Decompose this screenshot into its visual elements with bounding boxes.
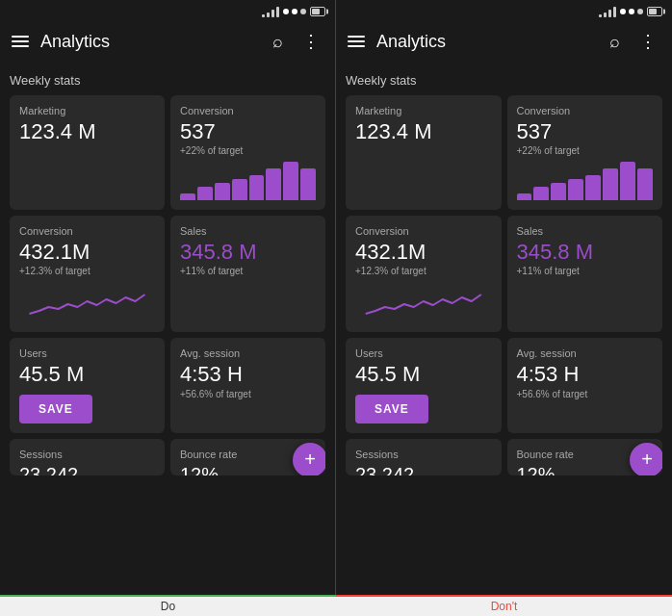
conversion-main-card-dont: Conversion 432.1M +12.3% of target [346,216,502,332]
avg-session-label-dont: Avg. session [517,347,654,359]
sessions-card-dont: Sessions 23,242 [346,439,502,475]
network-dots [283,9,306,14]
avg-session-value-do: 4:53 H [180,363,316,386]
users-card-do: Users 45.5 M SAVE [10,338,165,432]
menu-icon-dont[interactable] [348,36,365,47]
line-chart-do [19,280,155,319]
stats-row-3-do: Users 45.5 M SAVE Avg. session 4:53 H +5… [10,338,325,432]
marketing-label-dont: Marketing [355,105,492,116]
stats-row-2-dont: Conversion 432.1M +12.3% of target Sales… [346,216,662,332]
avg-session-value-dont: 4:53 H [517,363,654,386]
stats-row-3-dont: Users 45.5 M SAVE Avg. session 4:53 H +5… [346,338,662,432]
conversion-top-label-dont: Conversion [517,105,654,116]
dont-section: Don't [336,595,672,616]
do-panel: Analytics ⌕ ⋮ Weekly stats Marketing 123… [0,0,336,595]
conversion-top-value-do: 537 [180,120,316,143]
stats-row-2-do: Conversion 432.1M +12.3% of target Sales… [10,216,325,332]
sales-label-dont: Sales [517,225,654,237]
bounce-rate-card-do: Bounce rate 12% + [170,439,325,475]
marketing-value-do: 123.4 M [19,120,155,143]
signal-icon [262,6,279,17]
stats-row-4-dont: Sessions 23,242 Bounce rate 12% + [346,439,662,475]
sales-label-do: Sales [180,225,316,237]
app-bar-do: Analytics ⌕ ⋮ [0,19,335,64]
bottom-bar: Do Don't [0,595,672,616]
line-chart-dont [355,280,492,319]
more-button-dont[interactable]: ⋮ [635,27,660,56]
save-button-do[interactable]: SAVE [19,395,92,424]
more-button-do[interactable]: ⋮ [298,27,323,56]
weekly-stats-label-dont: Weekly stats [346,73,662,88]
status-bar-do [0,0,335,19]
conversion-main-label-do: Conversion [19,225,155,237]
signal-icon-dont [599,6,616,17]
bounce-rate-card-dont: Bounce rate 12% + [507,439,663,475]
conversion-bar-chart-dont [517,162,654,200]
marketing-card-dont: Marketing 123.4 M [346,95,502,210]
dont-label: Don't [336,597,672,616]
network-dots-dont [620,9,643,14]
stats-row-4-do: Sessions 23,242 Bounce rate 12% + [10,439,325,475]
fab-do[interactable]: + [293,443,325,475]
conversion-top-card-do: Conversion 537 +22% of target [170,95,325,210]
avg-session-label-do: Avg. session [180,347,316,359]
conversion-top-sub-dont: +22% of target [517,145,654,156]
battery-icon-dont [647,7,662,16]
sales-sub-do: +11% of target [180,266,316,276]
app-title-dont: Analytics [376,32,594,52]
menu-icon[interactable] [12,36,29,47]
avg-session-sub-do: +56.6% of target [180,389,316,399]
content-do: Weekly stats Marketing 123.4 M Conversio… [0,64,335,595]
marketing-card-do: Marketing 123.4 M [10,95,165,210]
sales-value-do: 345.8 M [180,241,316,264]
conversion-main-value-do: 432.1M [19,241,155,264]
marketing-label-do: Marketing [19,105,155,116]
app-title-do: Analytics [40,32,257,52]
avg-session-card-do: Avg. session 4:53 H +56.6% of target [170,338,325,432]
fab-dont[interactable]: + [630,443,662,475]
sessions-label-dont: Sessions [355,449,492,460]
weekly-stats-label-do: Weekly stats [10,73,325,88]
battery-icon [310,7,325,16]
conversion-top-sub-do: +22% of target [180,145,316,156]
add-icon-do: + [304,449,316,471]
add-icon-dont: + [641,449,653,471]
users-value-do: 45.5 M [19,363,155,386]
status-bar-dont [336,0,672,19]
search-button-dont[interactable]: ⌕ [606,28,624,56]
avg-session-card-dont: Avg. session 4:53 H +56.6% of target [507,338,663,432]
conversion-bar-chart-do [180,162,316,200]
do-label: Do [0,597,336,616]
conversion-main-label-dont: Conversion [355,225,492,237]
users-card-dont: Users 45.5 M SAVE [346,338,502,432]
sessions-value-dont: 23,242 [355,464,492,475]
sales-card-dont: Sales 345.8 M +11% of target [507,216,663,332]
stats-row-1-dont: Marketing 123.4 M Conversion 537 +22% of… [346,95,662,210]
conversion-top-card-dont: Conversion 537 +22% of target [507,95,663,210]
conversion-main-card-do: Conversion 432.1M +12.3% of target [10,216,165,332]
sessions-label-do: Sessions [19,449,155,460]
conversion-top-label-do: Conversion [180,105,316,116]
users-value-dont: 45.5 M [355,363,492,386]
sales-value-dont: 345.8 M [517,241,654,264]
stats-row-1-do: Marketing 123.4 M Conversion 537 +22% of… [10,95,325,210]
content-dont: Weekly stats Marketing 123.4 M Conversio… [336,64,672,595]
users-label-dont: Users [355,347,492,359]
sales-sub-dont: +11% of target [517,266,654,276]
marketing-value-dont: 123.4 M [355,120,492,143]
app-bar-dont: Analytics ⌕ ⋮ [336,19,672,64]
conversion-top-value-dont: 537 [517,120,654,143]
search-button-do[interactable]: ⌕ [269,28,287,56]
sales-card-do: Sales 345.8 M +11% of target [170,216,325,332]
conversion-main-value-dont: 432.1M [355,241,492,264]
sessions-value-do: 23,242 [19,464,155,475]
save-button-dont[interactable]: SAVE [355,395,428,424]
conversion-main-sub-do: +12.3% of target [19,266,155,276]
sessions-card-do: Sessions 23,242 [10,439,165,475]
users-label-do: Users [19,347,155,359]
do-section: Do [0,595,336,616]
conversion-main-sub-dont: +12.3% of target [355,266,492,276]
avg-session-sub-dont: +56.6% of target [517,389,654,399]
dont-panel: Analytics ⌕ ⋮ Weekly stats Marketing 123… [336,0,672,595]
